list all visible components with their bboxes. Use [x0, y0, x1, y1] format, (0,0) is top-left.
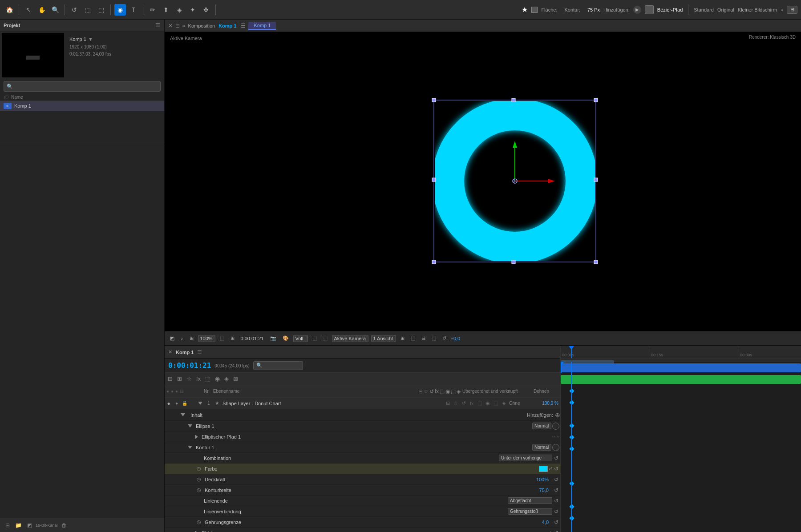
add-btn[interactable]: ▶ — [633, 6, 641, 14]
project-menu-btn[interactable]: ☰ — [155, 22, 161, 28]
keyframe-gehrungsgrenze[interactable] — [569, 481, 574, 486]
ls-5[interactable]: ⬚ — [476, 400, 483, 407]
linienende-reset[interactable]: ↺ — [554, 498, 558, 504]
layer-eye[interactable]: ● — [165, 400, 173, 407]
grid-icon[interactable]: ⊞ — [229, 335, 236, 342]
timeline-search[interactable]: 🔍 — [253, 361, 303, 370]
ellipse-icon[interactable]: ◉ — [114, 4, 126, 16]
keyframe-konturbreite[interactable] — [569, 446, 574, 451]
keyframe-ep[interactable] — [569, 388, 574, 393]
keyframe-kontur[interactable] — [569, 400, 574, 405]
farbe-stopwatch[interactable]: ◷ — [195, 466, 203, 472]
snapshot-btn[interactable]: ⊞ — [188, 335, 195, 342]
ls-8[interactable]: ◈ — [500, 400, 507, 407]
region-btn[interactable]: ⬚ — [311, 335, 319, 342]
new-comp-icon[interactable]: ⊟ — [4, 521, 12, 529]
project-item-komp1[interactable]: K Komp 1 — [0, 101, 164, 111]
farbe-reset[interactable]: ↺ — [554, 466, 558, 472]
timeline-search-input[interactable] — [264, 363, 300, 368]
layout-btn[interactable]: ⬚ — [409, 335, 417, 342]
select-icon[interactable]: ↖ — [23, 4, 34, 16]
comp-tab[interactable]: Komp 1 — [248, 22, 276, 30]
deckkraft-stopwatch[interactable]: ◷ — [195, 476, 203, 482]
farbe-link[interactable]: ⇌ — [549, 466, 552, 471]
tl-icon-5[interactable]: ⬚ — [204, 375, 212, 382]
ls-6[interactable]: ◉ — [484, 400, 491, 407]
keyframe-deckkraft[interactable] — [569, 435, 574, 439]
3d-btn[interactable]: ⬚ — [430, 335, 438, 342]
timeline-timecode-display[interactable]: 0:00:01:21 — [168, 361, 211, 370]
camera-select[interactable]: Aktive Kamera — [332, 335, 368, 342]
stamp-icon[interactable]: ⬆ — [160, 4, 172, 16]
zoom-icon[interactable]: 🔍 — [49, 4, 61, 16]
linienverbindung-select[interactable]: Gehrungsstoß — [508, 508, 552, 515]
tl-icon-7[interactable]: ◈ — [223, 375, 230, 382]
puppet-icon[interactable]: ✦ — [187, 4, 198, 16]
render-icon[interactable]: ◩ — [25, 521, 34, 529]
preview-btn[interactable]: ◩ — [168, 335, 176, 342]
tl-icon-1[interactable]: ⊟ — [166, 375, 174, 382]
ep-expand[interactable] — [195, 435, 198, 439]
layer-mode-select[interactable]: Ohne — [509, 401, 540, 406]
ls-2[interactable]: ☆ — [452, 400, 459, 407]
color-btn[interactable]: 🎨 — [281, 335, 291, 342]
konturbreite-reset[interactable]: ↺ — [554, 487, 558, 493]
ls-7[interactable]: ⬚ — [492, 400, 499, 407]
fit-icon[interactable]: ⬚ — [218, 335, 226, 342]
konturbreite-stopwatch[interactable]: ◷ — [195, 487, 203, 493]
close-comp-icon[interactable]: ✕ — [168, 23, 173, 29]
farbe-color-swatch[interactable] — [539, 466, 548, 472]
add-property-btn[interactable]: ⊕ — [555, 411, 560, 419]
rotate-icon[interactable]: ↺ — [69, 4, 80, 16]
ls-3[interactable]: ↺ — [460, 400, 467, 407]
layer-expand-btn[interactable] — [197, 402, 204, 405]
comp-viewer[interactable]: Aktive Kamera Renderer: Klassisch 3D — [165, 32, 801, 331]
pin-icon[interactable]: ✤ — [200, 4, 212, 16]
gehrungsgrenze-reset[interactable]: ↺ — [554, 519, 558, 525]
linienverbindung-reset[interactable]: ↺ — [554, 508, 558, 515]
project-search[interactable]: 🔍 — [4, 81, 161, 92]
keyframe-trans[interactable] — [569, 516, 574, 520]
pen-icon[interactable]: ✏ — [147, 4, 158, 16]
layer-star[interactable]: ★ — [214, 400, 221, 406]
orbit-icon[interactable]: ⬚ — [95, 4, 107, 16]
zoom-select[interactable]: 100% 50% 200% — [198, 335, 215, 342]
tl-icon-2[interactable]: ⊞ — [176, 375, 183, 382]
hand-icon[interactable]: ✋ — [36, 4, 48, 16]
delete-icon[interactable]: 🗑 — [60, 521, 69, 529]
camera-icon[interactable]: ⬚ — [82, 4, 93, 16]
tl-icon-8[interactable]: ⊠ — [232, 375, 239, 382]
ellipse1-mode-select[interactable]: Normal — [532, 423, 551, 429]
audio-btn[interactable]: ♪ — [179, 335, 185, 342]
kombination-reset[interactable]: ↺ — [554, 455, 558, 461]
striche-expand[interactable] — [195, 531, 198, 532]
tl-icon-4[interactable]: fx — [195, 375, 202, 382]
sync-btn[interactable]: ↺ — [441, 335, 448, 342]
keyframe-fläche[interactable] — [569, 504, 574, 509]
camera-icon2[interactable]: 📷 — [268, 335, 278, 342]
close-timeline-icon[interactable]: ✕ — [168, 349, 172, 355]
project-search-input[interactable] — [15, 84, 158, 89]
home-icon[interactable]: 🏠 — [4, 4, 15, 16]
view-opts-btn[interactable]: ⊞ — [399, 335, 406, 342]
main-track-bar[interactable] — [561, 363, 801, 372]
new-folder-icon[interactable]: 📁 — [13, 521, 24, 529]
keyframe-farbe[interactable] — [569, 423, 574, 428]
kontur1-expand[interactable] — [188, 446, 192, 449]
text-icon[interactable]: T — [128, 4, 139, 16]
eraser-icon[interactable]: ◈ — [174, 4, 185, 16]
striche-reset[interactable]: ↺ — [554, 530, 558, 532]
kontur1-mode-select[interactable]: Normal — [532, 444, 551, 451]
striche-add[interactable]: + — [549, 529, 552, 532]
ellipse1-expand[interactable] — [188, 424, 192, 427]
gehrungsgrenze-stopwatch[interactable]: ◷ — [195, 519, 203, 525]
overlay-btn[interactable]: ⊟ — [420, 335, 427, 342]
ls-fx[interactable]: fx — [468, 400, 475, 407]
layer-lock[interactable]: 🔓 — [181, 401, 189, 406]
workspace-icon[interactable]: ⊟ — [787, 6, 797, 14]
ls-1[interactable]: ⊟ — [444, 400, 451, 407]
view-select[interactable]: 1 Ansicht — [371, 335, 396, 342]
kombination-select[interactable]: Unter dem vorherige — [499, 455, 552, 461]
snap-btn[interactable]: ⬚ — [321, 335, 329, 342]
tl-icon-3[interactable]: ☆ — [185, 375, 193, 382]
